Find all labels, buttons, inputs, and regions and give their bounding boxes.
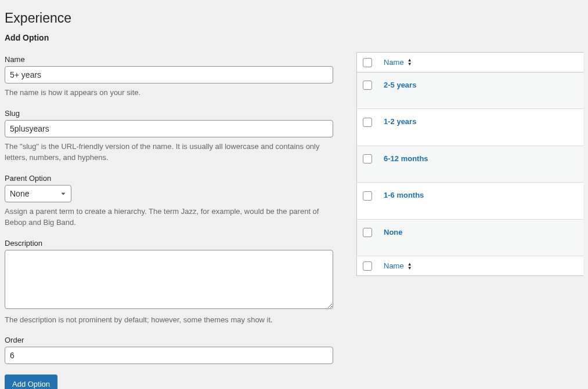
row-title-link[interactable]: None xyxy=(384,228,403,237)
table-row: 1-6 months xyxy=(357,183,584,220)
row-checkbox[interactable] xyxy=(363,191,372,201)
name-input[interactable] xyxy=(5,66,333,83)
row-title-link[interactable]: 2-5 years xyxy=(384,81,416,89)
order-label: Order xyxy=(5,336,333,344)
slug-input[interactable] xyxy=(5,120,333,137)
name-column-sort-top[interactable]: Name ▲▼ xyxy=(384,58,412,67)
row-checkbox[interactable] xyxy=(363,81,372,90)
table-row: 1-2 years xyxy=(357,109,584,146)
order-input[interactable] xyxy=(5,347,333,364)
name-label: Name xyxy=(5,55,333,64)
row-checkbox[interactable] xyxy=(363,154,372,163)
description-help: The description is not prominent by defa… xyxy=(5,314,330,326)
parent-label: Parent Option xyxy=(5,174,333,183)
parent-help: Assign a parent term to create a hierarc… xyxy=(5,206,330,228)
name-column-label-top: Name xyxy=(384,58,404,67)
select-all-checkbox-top[interactable] xyxy=(363,58,372,67)
slug-label: Slug xyxy=(5,109,333,118)
table-row: 2-5 years xyxy=(357,72,584,109)
description-textarea[interactable] xyxy=(5,250,333,309)
name-column-sort-bottom[interactable]: Name ▲▼ xyxy=(384,261,412,270)
row-checkbox[interactable] xyxy=(363,118,372,127)
form-heading: Add Option xyxy=(5,33,333,42)
row-checkbox[interactable] xyxy=(363,228,372,237)
slug-help: The "slug" is the URL-friendly version o… xyxy=(5,141,330,163)
options-table: Name ▲▼ 2-5 years1-2 years6-12 months1-6… xyxy=(356,52,583,276)
select-all-checkbox-bottom[interactable] xyxy=(363,261,372,271)
table-row: None xyxy=(357,219,584,256)
description-label: Description xyxy=(5,239,333,248)
row-title-link[interactable]: 6-12 months xyxy=(384,154,428,163)
row-title-link[interactable]: 1-2 years xyxy=(384,117,416,126)
name-help: The name is how it appears on your site. xyxy=(5,87,330,99)
add-option-button[interactable]: Add Option xyxy=(5,375,57,389)
row-title-link[interactable]: 1-6 months xyxy=(384,191,424,199)
sort-icon: ▲▼ xyxy=(407,262,412,270)
sort-icon: ▲▼ xyxy=(407,58,412,66)
name-column-label-bottom: Name xyxy=(384,261,404,270)
table-row: 6-12 months xyxy=(357,146,584,183)
parent-select[interactable]: None xyxy=(5,185,71,202)
page-title: Experience xyxy=(5,10,333,26)
